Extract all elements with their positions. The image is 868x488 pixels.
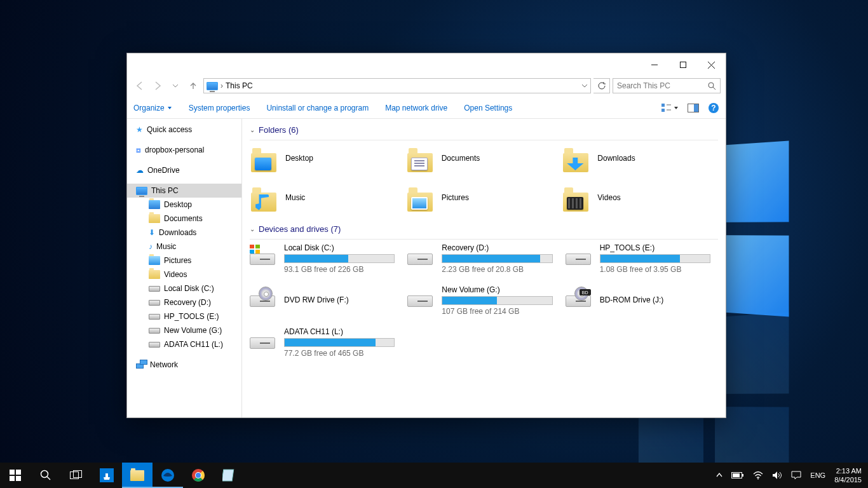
this-pc-icon <box>136 187 147 195</box>
nav-quick-access[interactable]: ★Quick access <box>127 123 241 137</box>
nav-downloads[interactable]: ⬇Downloads <box>127 226 241 240</box>
maximize-button[interactable] <box>668 55 697 74</box>
folders-group-header[interactable]: ⌄ Folders (6) <box>250 121 718 140</box>
uninstall-program-button[interactable]: Uninstall or change a program <box>266 104 369 112</box>
nav-this-pc[interactable]: This PC <box>127 184 241 198</box>
task-view-button[interactable] <box>61 463 92 488</box>
folder-icon <box>149 270 160 279</box>
hdd-icon <box>566 245 593 268</box>
tray-wifi-icon[interactable] <box>753 471 763 480</box>
nav-recovery-d[interactable]: Recovery (D:) <box>127 295 241 309</box>
nav-dropbox[interactable]: ⧈dropbox-personal <box>127 143 241 157</box>
svg-rect-28 <box>733 473 740 477</box>
nav-local-disk-c[interactable]: Local Disk (C:) <box>127 281 241 295</box>
organize-button[interactable]: Organize <box>133 104 172 112</box>
refresh-button[interactable] <box>593 78 610 93</box>
tray-clock[interactable]: 2:13 AM 8/4/2015 <box>834 466 862 484</box>
navigation-pane: ★Quick access ⧈dropbox-personal ☁OneDriv… <box>127 119 242 417</box>
drive-hptools-e[interactable]: HP_TOOLS (E:)1.08 GB free of 3.95 GB <box>566 243 718 274</box>
taskbar-app-store[interactable] <box>92 463 122 488</box>
svg-rect-11 <box>694 104 698 112</box>
back-button[interactable] <box>132 78 147 93</box>
breadcrumb[interactable]: This PC <box>226 81 253 90</box>
drive-newvolume-g[interactable]: New Volume (G:)107 GB free of 214 GB <box>407 285 560 316</box>
folder-icon <box>130 470 144 481</box>
hdd-icon <box>149 300 160 306</box>
folder-videos[interactable]: Videos <box>562 184 718 212</box>
chevron-down-icon: ⌄ <box>250 126 255 133</box>
command-bar: Organize System properties Uninstall or … <box>127 98 726 119</box>
usage-bar <box>285 255 348 262</box>
hdd-icon <box>149 286 160 292</box>
folder-downloads[interactable]: Downloads <box>562 144 718 172</box>
folder-pictures[interactable]: Pictures <box>406 184 562 212</box>
chevron-down-icon: ⌄ <box>250 226 255 233</box>
drives-group-header[interactable]: ⌄ Devices and drives (7) <box>250 220 718 240</box>
close-button[interactable] <box>697 55 726 74</box>
search-placeholder: Search This PC <box>617 81 670 90</box>
svg-point-29 <box>757 478 759 480</box>
system-properties-button[interactable]: System properties <box>189 104 250 112</box>
nav-adata-l[interactable]: ADATA CH11 (L:) <box>127 337 241 351</box>
videos-folder-icon <box>562 184 590 212</box>
open-settings-button[interactable]: Open Settings <box>464 104 512 112</box>
preview-pane-button[interactable] <box>688 104 699 112</box>
search-icon <box>708 82 716 90</box>
map-network-drive-button[interactable]: Map network drive <box>385 104 447 112</box>
taskbar-app-edge[interactable] <box>153 463 183 488</box>
nav-documents[interactable]: Documents <box>127 212 241 226</box>
up-button[interactable] <box>186 78 201 93</box>
minimize-button[interactable] <box>640 55 668 74</box>
svg-point-14 <box>41 471 48 478</box>
folder-desktop[interactable]: Desktop <box>250 144 406 172</box>
taskbar-app-notepad[interactable] <box>214 463 244 488</box>
nav-network[interactable]: Network <box>127 358 241 372</box>
tray-action-center-icon[interactable] <box>791 471 801 480</box>
svg-rect-25 <box>222 470 234 481</box>
drive-local-c[interactable]: Local Disk (C:)93.1 GB free of 226 GB <box>250 243 402 274</box>
download-icon: ⬇ <box>149 228 155 237</box>
search-button[interactable] <box>31 463 61 488</box>
hdd-icon <box>250 245 278 268</box>
nav-hptools-e[interactable]: HP_TOOLS (E:) <box>127 309 241 323</box>
tray-battery-icon[interactable] <box>731 471 744 479</box>
system-tray: ENG 2:13 AM 8/4/2015 <box>716 466 868 484</box>
nav-newvolume-g[interactable]: New Volume (G:) <box>127 323 241 337</box>
svg-rect-1 <box>680 62 686 68</box>
tray-volume-icon[interactable] <box>772 471 782 480</box>
window-titlebar[interactable] <box>127 53 726 76</box>
usage-bar <box>442 297 497 304</box>
drive-adata-l[interactable]: ADATA CH11 (L:)77.2 GB free of 465 GB <box>250 327 402 358</box>
drive-recovery-d[interactable]: Recovery (D:)2.23 GB free of 20.8 GB <box>407 243 560 274</box>
downloads-folder-icon <box>562 144 590 172</box>
recent-locations-button[interactable] <box>168 78 183 93</box>
hdd-icon <box>250 329 278 351</box>
taskbar: ENG 2:13 AM 8/4/2015 <box>0 463 868 488</box>
nav-pictures[interactable]: Pictures <box>127 254 241 268</box>
search-input[interactable]: Search This PC <box>613 78 721 93</box>
nav-onedrive[interactable]: ☁OneDrive <box>127 163 241 177</box>
drive-dvd-f[interactable]: DVD RW Drive (F:) <box>250 285 402 316</box>
addr-dropdown-icon[interactable] <box>581 83 588 89</box>
taskbar-app-file-explorer[interactable] <box>122 463 153 488</box>
nav-music[interactable]: ♪Music <box>127 240 241 254</box>
star-icon: ★ <box>136 125 143 134</box>
folder-documents[interactable]: Documents <box>406 144 562 172</box>
forward-button[interactable] <box>150 78 165 93</box>
help-button[interactable]: ? <box>708 102 719 114</box>
folder-music[interactable]: Music <box>250 184 406 212</box>
usage-bar <box>442 255 539 262</box>
svg-line-15 <box>47 477 50 480</box>
svg-point-24 <box>196 473 201 478</box>
view-options-button[interactable] <box>661 103 679 113</box>
taskbar-app-chrome[interactable] <box>183 463 214 488</box>
network-icon <box>136 360 146 370</box>
nav-desktop[interactable]: Desktop <box>127 198 241 212</box>
address-bar[interactable]: › This PC <box>203 78 591 93</box>
dropbox-icon: ⧈ <box>136 146 141 154</box>
drive-bdrom-j[interactable]: BD BD-ROM Drive (J:) <box>566 285 718 316</box>
nav-videos[interactable]: Videos <box>127 268 241 281</box>
tray-show-hidden-icon[interactable] <box>716 472 722 478</box>
start-button[interactable] <box>0 463 31 488</box>
tray-language[interactable]: ENG <box>810 471 825 479</box>
